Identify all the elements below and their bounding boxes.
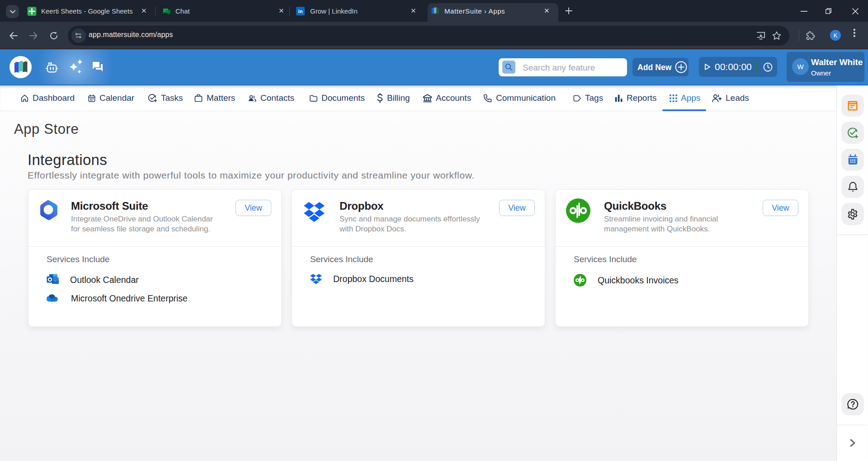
svg-text:in: in (298, 9, 303, 14)
